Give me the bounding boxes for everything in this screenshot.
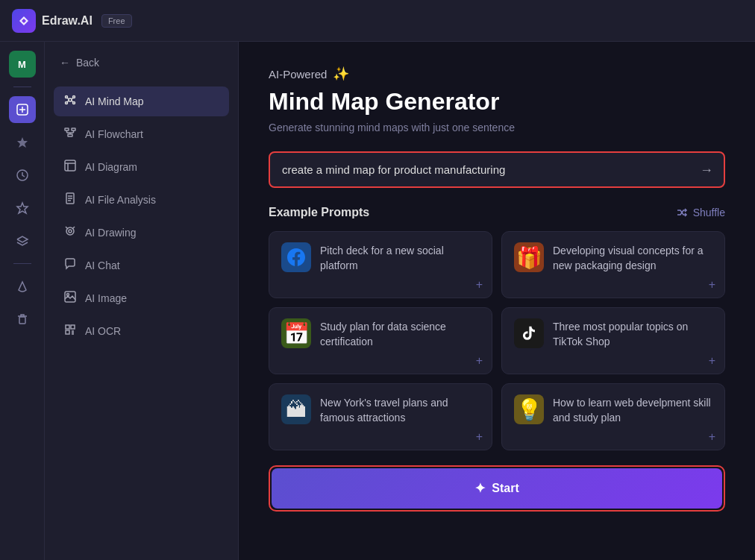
- prompt-card-inner-3: 📅 Study plan for data science certificat…: [281, 318, 480, 349]
- logo: Edraw.AI Free: [12, 9, 132, 33]
- prompt-plus-tiktok: +: [709, 354, 715, 368]
- svg-line-15: [72, 101, 73, 102]
- start-button-container: ✦ Start: [269, 465, 725, 512]
- prompt-emoji-tiktok: [514, 318, 544, 348]
- sidebar: ← Back AI Mind Map: [45, 42, 239, 560]
- prompt-card-webdev[interactable]: 💡 How to learn web develpment skill and …: [501, 383, 725, 450]
- ai-diagram-icon: [63, 160, 78, 174]
- start-sparkle-icon: ✦: [474, 480, 486, 497]
- prompt-emoji-calendar: 📅: [281, 318, 311, 348]
- prompt-emoji-travel: 🏔: [281, 394, 311, 424]
- divider-1: [13, 86, 31, 87]
- svg-point-31: [69, 230, 72, 233]
- sidebar-item-ai-chat-label: AI Chat: [85, 259, 120, 271]
- svg-rect-16: [65, 128, 69, 130]
- svg-marker-5: [17, 203, 28, 213]
- sidebar-item-ai-flowchart[interactable]: AI Flowchart: [54, 119, 229, 149]
- sidebar-item-ai-drawing-label: AI Drawing: [85, 227, 136, 239]
- prompt-text-webdev: How to learn web develpment skill and st…: [553, 394, 712, 425]
- ai-mind-map-icon: [63, 94, 78, 109]
- prompt-text-tiktok: Three most popular topics on TikTok Shop: [553, 318, 712, 349]
- prompt-card-tiktok[interactable]: Three most popular topics on TikTok Shop…: [501, 307, 725, 374]
- sidebar-item-ai-flowchart-label: AI Flowchart: [85, 128, 143, 140]
- main-layout: M: [0, 42, 755, 560]
- prompt-card-inner-5: 🏔 New York's travel plans and famous att…: [281, 394, 480, 425]
- prompt-plus-pitch-deck: +: [476, 278, 483, 292]
- ai-flowchart-icon: [63, 127, 78, 142]
- prompt-card-study-plan[interactable]: 📅 Study plan for data science certificat…: [269, 307, 492, 374]
- topbar: Edraw.AI Free: [0, 0, 755, 42]
- page-title: Mind Map Generator: [269, 88, 725, 116]
- logo-text: Edraw.AI: [42, 14, 93, 28]
- prompt-card-packaging[interactable]: 🎁 Developing visual concepts for a new p…: [501, 231, 725, 298]
- prompt-emoji-lightbulb: 💡: [514, 394, 544, 424]
- free-badge: Free: [101, 14, 132, 28]
- search-container: →: [269, 151, 725, 188]
- sidebar-item-ai-diagram-label: AI Diagram: [85, 161, 137, 173]
- example-prompts-title: Example Prompts: [269, 206, 369, 219]
- sidebar-item-ai-image[interactable]: AI Image: [54, 283, 229, 313]
- svg-rect-34: [66, 325, 69, 329]
- prompt-text-pitch-deck: Pitch deck for a new social platform: [320, 242, 480, 273]
- back-button[interactable]: ← Back: [54, 54, 229, 72]
- prompt-plus-packaging: +: [709, 278, 715, 292]
- svg-marker-3: [17, 137, 28, 148]
- ai-powered-text: AI-Powered: [269, 68, 327, 81]
- layers-icon-btn[interactable]: [9, 227, 36, 254]
- ai-ocr-icon: [63, 324, 78, 339]
- divider-2: [13, 263, 31, 264]
- search-input[interactable]: [270, 153, 724, 186]
- sidebar-item-ai-drawing[interactable]: AI Drawing: [54, 218, 229, 248]
- sidebar-item-ai-image-label: AI Image: [85, 292, 127, 304]
- bucket-icon-btn[interactable]: [9, 273, 36, 300]
- main-content: AI-Powered ✨ Mind Map Generator Generate…: [239, 42, 755, 560]
- favorites-icon-btn[interactable]: [9, 195, 36, 221]
- prompt-text-study-plan: Study plan for data science certificatio…: [320, 318, 480, 349]
- prompt-card-inner-4: Three most popular topics on TikTok Shop: [514, 318, 712, 349]
- sidebar-item-ai-file-analysis-label: AI File Analysis: [85, 194, 156, 206]
- prompt-plus-study-plan: +: [476, 354, 483, 368]
- ai-icon-btn[interactable]: [9, 129, 36, 156]
- icon-bar: M: [0, 42, 45, 560]
- sparkle-icon: ✨: [333, 66, 349, 82]
- prompt-card-inner-2: 🎁 Developing visual concepts for a new p…: [514, 242, 712, 273]
- back-label: Back: [76, 57, 99, 69]
- trash-icon-btn[interactable]: [9, 306, 36, 333]
- svg-rect-18: [68, 134, 72, 136]
- svg-rect-23: [65, 160, 75, 171]
- sidebar-item-ai-diagram[interactable]: AI Diagram: [54, 152, 229, 182]
- prompt-text-packaging: Developing visual concepts for a new pac…: [553, 242, 712, 273]
- prompt-card-travel[interactable]: 🏔 New York's travel plans and famous att…: [269, 383, 492, 450]
- create-icon-btn[interactable]: [9, 96, 36, 123]
- ai-powered-label: AI-Powered ✨: [269, 66, 725, 82]
- prompt-text-travel: New York's travel plans and famous attra…: [320, 394, 480, 425]
- prompt-emoji-facebook: [281, 242, 311, 272]
- prompt-plus-travel: +: [476, 430, 483, 444]
- prompt-card-inner-6: 💡 How to learn web develpment skill and …: [514, 394, 712, 425]
- shuffle-button[interactable]: Shuffle: [677, 207, 725, 218]
- sidebar-item-ai-mind-map-label: AI Mind Map: [85, 95, 144, 107]
- svg-rect-17: [72, 128, 75, 130]
- ai-image-icon: [63, 291, 78, 306]
- sidebar-item-ai-ocr[interactable]: AI OCR: [54, 316, 229, 346]
- svg-line-13: [72, 98, 73, 99]
- svg-rect-36: [66, 330, 69, 334]
- search-arrow-icon[interactable]: →: [700, 162, 713, 177]
- prompt-card-pitch-deck[interactable]: Pitch deck for a new social platform +: [269, 231, 492, 298]
- sidebar-item-ai-chat[interactable]: AI Chat: [54, 251, 229, 280]
- back-arrow-icon: ←: [60, 57, 70, 69]
- svg-rect-6: [19, 317, 25, 324]
- user-avatar[interactable]: M: [9, 51, 36, 78]
- ai-file-analysis-icon: [63, 192, 78, 207]
- sidebar-item-ai-ocr-label: AI OCR: [85, 325, 121, 337]
- start-button[interactable]: ✦ Start: [272, 468, 722, 509]
- prompts-grid: Pitch deck for a new social platform + 🎁…: [269, 231, 725, 450]
- history-icon-btn[interactable]: [9, 162, 36, 189]
- ai-drawing-icon: [63, 225, 78, 240]
- prompt-card-inner: Pitch deck for a new social platform: [281, 242, 480, 273]
- sidebar-item-ai-file-analysis[interactable]: AI File Analysis: [54, 185, 229, 215]
- ai-chat-icon: [63, 258, 78, 273]
- prompt-plus-webdev: +: [709, 430, 715, 444]
- prompts-header: Example Prompts Shuffle: [269, 206, 725, 219]
- sidebar-item-ai-mind-map[interactable]: AI Mind Map: [54, 86, 229, 116]
